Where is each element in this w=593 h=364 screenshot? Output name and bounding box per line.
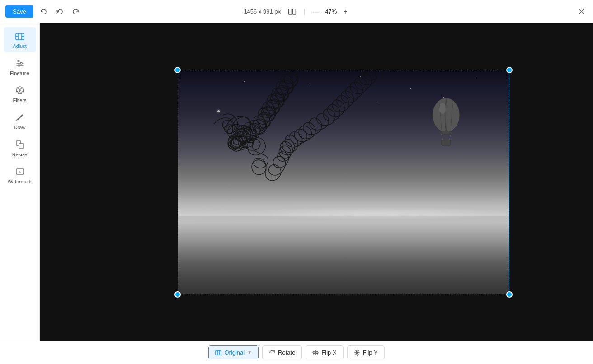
svg-line-17 [18, 119, 18, 120]
watermark-icon: W [14, 166, 25, 177]
main-content: Adjust Finetune [0, 23, 593, 341]
moon-dot [217, 110, 220, 112]
rotate-label: Rotate [278, 349, 295, 356]
sidebar-item-finetune[interactable]: Finetune [4, 54, 36, 79]
svg-rect-1 [292, 9, 296, 14]
finetune-label: Finetune [10, 70, 29, 76]
zoom-out-button[interactable]: — [310, 7, 320, 17]
svg-point-22 [433, 98, 460, 132]
separator: | [303, 8, 305, 16]
close-button[interactable]: ✕ [575, 5, 588, 19]
watermark-label: Watermark [8, 179, 32, 184]
toolbar-left: Save [5, 5, 82, 18]
svg-rect-26 [442, 140, 451, 145]
original-button[interactable]: Original ▼ [208, 345, 259, 359]
image-dimensions: 1456 x 991 px [244, 8, 281, 15]
flip-y-label: Flip Y [363, 349, 378, 356]
balloon-svg [428, 95, 464, 149]
svg-text:W: W [18, 170, 21, 173]
sidebar-item-draw[interactable]: Draw [4, 108, 36, 134]
original-label: Original [224, 349, 245, 356]
crop-handle-bl[interactable] [174, 291, 181, 298]
flip-y-icon [354, 350, 360, 356]
svg-point-11 [20, 62, 22, 64]
top-toolbar: Save 1456 x 991 px [0, 0, 593, 23]
draw-icon [14, 112, 25, 123]
water-area [178, 216, 509, 294]
filters-icon [14, 85, 25, 96]
resize-icon [14, 139, 25, 150]
sidebar-item-adjust[interactable]: Adjust [4, 27, 36, 52]
toolbar-right: ✕ [575, 5, 588, 19]
sidebar-item-resize[interactable]: Resize [4, 135, 36, 161]
svg-point-23 [439, 103, 446, 114]
image-wrapper [178, 70, 509, 294]
adjust-icon [14, 31, 25, 42]
image-scene [178, 70, 509, 294]
crop-handle-br[interactable] [506, 291, 513, 298]
flip-x-button[interactable]: Flip X [306, 345, 343, 359]
sidebar: Adjust Finetune [0, 23, 40, 341]
rotate-button[interactable]: Rotate [262, 345, 302, 359]
undo2-button[interactable] [53, 6, 66, 17]
sidebar-item-watermark[interactable]: W Watermark [4, 163, 36, 188]
undo-button[interactable] [37, 6, 50, 17]
svg-rect-0 [288, 9, 292, 14]
svg-point-10 [18, 60, 19, 62]
flip-x-label: Flip X [321, 349, 336, 356]
flip-y-button[interactable]: Flip Y [347, 345, 385, 359]
split-view-button[interactable] [285, 7, 299, 17]
zoom-in-button[interactable]: + [341, 7, 349, 17]
svg-point-12 [18, 65, 20, 66]
bottom-toolbar: Original ▼ Rotate Flip X [0, 341, 593, 364]
star-6 [377, 103, 377, 104]
svg-rect-28 [216, 350, 221, 355]
horizon-glow [178, 200, 509, 227]
svg-point-27 [441, 131, 452, 134]
redo-button[interactable] [70, 6, 82, 17]
crop-handle-tl[interactable] [174, 67, 181, 73]
original-icon [215, 350, 221, 356]
rotate-icon [269, 350, 275, 356]
save-button[interactable]: Save [5, 5, 33, 18]
sidebar-item-filters[interactable]: Filters [4, 81, 36, 107]
svg-rect-19 [19, 144, 24, 148]
zoom-level: 47% [325, 8, 337, 15]
svg-rect-2 [16, 33, 24, 40]
svg-point-13 [16, 87, 24, 94]
resize-label: Resize [12, 152, 28, 157]
flip-x-icon [312, 350, 319, 356]
draw-label: Draw [14, 125, 26, 130]
dropdown-arrow: ▼ [247, 350, 252, 355]
crop-handle-tr[interactable] [506, 67, 513, 73]
finetune-icon [14, 58, 25, 69]
filters-label: Filters [13, 98, 27, 103]
toolbar-center: 1456 x 991 px | — 47% + [244, 7, 349, 17]
canvas-area [40, 23, 593, 341]
adjust-label: Adjust [13, 43, 27, 49]
svg-point-15 [19, 89, 23, 92]
svg-line-16 [22, 115, 23, 115]
